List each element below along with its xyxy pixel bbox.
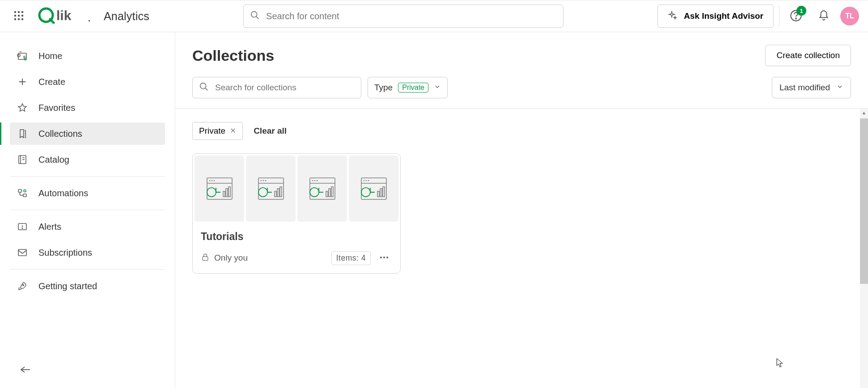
sidebar-item-label: Home xyxy=(38,51,62,61)
search-icon xyxy=(250,10,260,22)
svg-rect-23 xyxy=(18,249,26,256)
svg-point-28 xyxy=(211,180,212,181)
svg-point-36 xyxy=(265,180,266,181)
svg-point-50 xyxy=(368,180,369,181)
sidebar-item-label: Subscriptions xyxy=(38,248,92,258)
nav-separator xyxy=(10,176,165,177)
svg-rect-6 xyxy=(14,18,16,20)
clear-all-button[interactable]: Clear all xyxy=(254,126,287,136)
sidebar-item-label: Create xyxy=(38,77,65,87)
sidebar-item-favorites[interactable]: Favorites xyxy=(10,97,165,119)
bookmark-collection-icon xyxy=(16,127,29,140)
svg-point-49 xyxy=(365,180,367,181)
svg-rect-7 xyxy=(18,18,20,20)
sidebar-item-alerts[interactable]: Alerts xyxy=(10,215,165,238)
sidebar-item-catalog[interactable]: Catalog xyxy=(10,148,165,171)
alert-icon xyxy=(16,220,29,233)
svg-rect-32 xyxy=(229,187,230,197)
global-search-input[interactable] xyxy=(266,11,557,21)
svg-rect-19 xyxy=(23,194,26,197)
close-icon xyxy=(230,126,236,136)
visibility-label: Only you xyxy=(214,253,248,263)
svg-rect-1 xyxy=(18,11,20,13)
svg-point-42 xyxy=(314,180,315,181)
filter-chip-private[interactable]: Private xyxy=(192,122,243,140)
sidebar-item-getting-started[interactable]: Getting started xyxy=(10,275,165,297)
sidebar-item-subscriptions[interactable]: Subscriptions xyxy=(10,241,165,264)
lock-icon xyxy=(201,253,210,264)
plus-icon xyxy=(16,76,29,88)
create-collection-button[interactable]: Create collection xyxy=(765,45,851,66)
collapse-icon xyxy=(19,365,31,375)
card-more-button[interactable] xyxy=(376,250,392,266)
svg-rect-45 xyxy=(329,189,330,197)
svg-rect-53 xyxy=(383,187,385,197)
chevron-down-icon xyxy=(836,83,843,93)
more-icon xyxy=(379,252,390,264)
logo[interactable]: lik xyxy=(38,7,90,25)
thumbnail xyxy=(297,156,347,222)
thumbnail xyxy=(349,156,398,222)
svg-rect-2 xyxy=(21,11,23,13)
nav-separator xyxy=(10,269,165,270)
collection-card[interactable]: Tutorials Only you Items: 4 xyxy=(192,153,401,274)
automations-icon xyxy=(16,187,29,199)
notifications-button[interactable] xyxy=(813,5,835,27)
sidebar-item-automations[interactable]: Automations xyxy=(10,182,165,204)
svg-rect-44 xyxy=(326,191,328,197)
ask-insight-button[interactable]: Ask Insight Advisor xyxy=(657,4,774,28)
page-title: Collections xyxy=(192,47,765,64)
svg-point-14 xyxy=(796,18,796,19)
scroll-thumb[interactable] xyxy=(860,118,868,284)
svg-rect-52 xyxy=(380,189,382,197)
thumbnail xyxy=(195,156,244,222)
filter-chips: Private Clear all xyxy=(192,122,851,140)
svg-rect-37 xyxy=(275,191,276,197)
svg-point-27 xyxy=(209,180,210,181)
app-launcher-button[interactable] xyxy=(9,6,29,26)
item-count: Items: 4 xyxy=(331,251,371,265)
help-badge: 1 xyxy=(796,6,806,16)
mail-icon xyxy=(16,246,29,259)
svg-point-56 xyxy=(383,257,385,258)
sidebar-item-home[interactable]: Home xyxy=(10,45,165,67)
collections-search-input[interactable] xyxy=(215,83,355,93)
grid-icon xyxy=(13,10,24,22)
rocket-icon xyxy=(16,280,29,292)
svg-rect-38 xyxy=(277,189,279,197)
scrollbar[interactable]: ▲ xyxy=(860,109,868,388)
sidebar-item-collections[interactable]: Collections xyxy=(10,122,165,145)
sparkle-icon xyxy=(668,10,677,22)
star-icon xyxy=(16,101,29,114)
svg-rect-5 xyxy=(21,15,23,17)
global-search[interactable] xyxy=(243,4,563,28)
main: Collections Create collection Type Priva… xyxy=(175,32,868,388)
topbar: lik Analytics Ask Insight Advisor 1 xyxy=(0,0,868,32)
svg-rect-31 xyxy=(226,189,228,197)
type-filter[interactable]: Type Private xyxy=(368,77,448,98)
sidebar-item-label: Getting started xyxy=(38,281,97,291)
sidebar-item-create[interactable]: Create xyxy=(10,71,165,93)
svg-rect-18 xyxy=(18,190,21,192)
collections-search[interactable] xyxy=(192,77,361,98)
svg-point-16 xyxy=(24,58,26,60)
sidebar-item-label: Favorites xyxy=(38,103,75,113)
type-filter-value: Private xyxy=(398,83,428,93)
svg-rect-4 xyxy=(18,15,20,17)
app-title: Analytics xyxy=(104,10,149,23)
chip-label: Private xyxy=(199,126,225,136)
page-header: Collections Create collection xyxy=(175,32,868,72)
svg-rect-46 xyxy=(331,187,333,197)
user-avatar[interactable]: TL xyxy=(840,7,859,25)
svg-rect-30 xyxy=(223,191,225,197)
collection-card-title: Tutorials xyxy=(201,231,392,243)
svg-rect-3 xyxy=(14,15,16,17)
help-button[interactable]: 1 xyxy=(785,5,807,27)
sidebar: Home Create Favorites Collections xyxy=(0,32,175,388)
sort-dropdown[interactable]: Last modified xyxy=(772,77,851,98)
collapse-sidebar-button[interactable] xyxy=(16,361,34,379)
sidebar-item-label: Alerts xyxy=(38,222,61,232)
svg-point-55 xyxy=(380,257,382,258)
sidebar-item-label: Collections xyxy=(38,129,82,139)
bell-icon xyxy=(818,10,830,23)
